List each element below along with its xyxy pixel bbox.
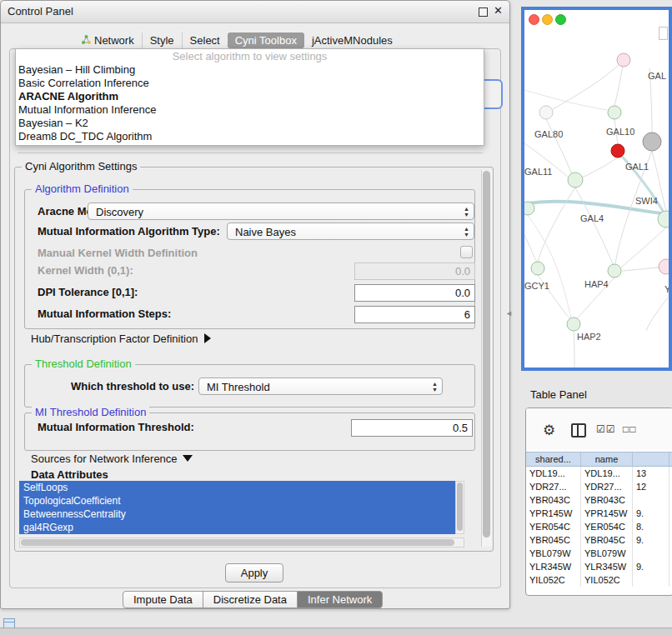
- network-edge[interactable]: [524, 90, 607, 110]
- mi-type-select[interactable]: Naive Bayes ▲▼: [227, 222, 474, 240]
- network-edge[interactable]: [524, 235, 537, 262]
- network-node[interactable]: [539, 106, 553, 119]
- settings-scrollbar[interactable]: [481, 170, 492, 547]
- mi-steps-field[interactable]: 6: [354, 306, 475, 323]
- table-cell: YER054C: [581, 520, 633, 533]
- attribute-list-vscrollbar[interactable]: [455, 481, 464, 534]
- deselect-all-icon[interactable]: □□: [623, 423, 637, 435]
- control-panel-window: Control Panel ✕ NetworkStyleSelectCyni T…: [0, 0, 510, 609]
- bottom-tab-impute-data[interactable]: Impute Data: [123, 591, 203, 608]
- which-threshold-select[interactable]: MI Threshold ▲▼: [198, 378, 443, 395]
- network-edge[interactable]: [646, 298, 668, 331]
- network-graph[interactable]: GALGAL80GAL10GAL11GAL1SWI4GAL4GCY1HAP4HA…: [524, 10, 669, 368]
- network-node[interactable]: [567, 318, 580, 331]
- network-edge[interactable]: [553, 60, 624, 109]
- attribute-list-item[interactable]: gal4RGexp: [19, 521, 455, 534]
- bottom-tab-infer-network[interactable]: Infer Network: [297, 591, 383, 608]
- panel-splitter-handle[interactable]: ◄: [505, 309, 513, 318]
- manual-kernel-checkbox[interactable]: [460, 246, 473, 258]
- float-window-icon[interactable]: [479, 8, 488, 17]
- mi-threshold-field[interactable]: 0.5: [351, 419, 473, 437]
- aracne-mode-value: Discovery: [96, 206, 143, 218]
- table-row[interactable]: YER054CYER054C8.: [526, 520, 672, 533]
- network-node[interactable]: [611, 144, 624, 158]
- attribute-list-hscrollbar[interactable]: [19, 538, 464, 548]
- network-edge[interactable]: [538, 188, 575, 262]
- network-node[interactable]: [568, 172, 583, 188]
- algorithm-option[interactable]: Mutual Information Inference: [16, 103, 484, 117]
- tab-label: Cyni Toolbox: [235, 34, 297, 47]
- table-row[interactable]: YDL19...YDL19...13: [526, 467, 672, 480]
- algorithm-option[interactable]: Bayesian – Hill Climbing: [16, 63, 484, 77]
- table-row[interactable]: YBL079WYBL079W: [526, 547, 672, 560]
- table-cell: 9.: [633, 560, 669, 573]
- table-row[interactable]: YIL052CYIL052C: [526, 573, 672, 587]
- manual-kernel-label: Manual Kernel Width Definition: [38, 247, 198, 259]
- sources-toggle[interactable]: Sources for Network Inference: [31, 452, 193, 465]
- network-view-window[interactable]: GALGAL80GAL10GAL11GAL1SWI4GAL4GCY1HAP4HA…: [521, 7, 672, 371]
- table-cell: 13: [633, 467, 669, 480]
- algorithm-dropdown-menu: Select algorithm to view settings Bayesi…: [15, 48, 484, 146]
- columns-icon[interactable]: [571, 423, 586, 438]
- select-all-icon[interactable]: ☑☑: [596, 423, 616, 435]
- table-cell: YBR045C: [581, 533, 633, 547]
- gear-icon[interactable]: ⚙: [543, 423, 555, 438]
- table-row[interactable]: YLR345WYLR345W9.: [526, 560, 672, 573]
- network-edge[interactable]: [621, 228, 666, 268]
- table-cell: YER054C: [526, 520, 581, 533]
- table-row[interactable]: YBR045CYBR045C9.: [526, 533, 672, 547]
- aracne-mode-select[interactable]: Discovery ▲▼: [88, 202, 474, 220]
- column-header[interactable]: shared...: [526, 452, 581, 466]
- network-node[interactable]: [659, 259, 669, 274]
- network-scrollbar-stub[interactable]: [659, 27, 668, 40]
- minimize-traffic-light-icon[interactable]: [542, 14, 553, 25]
- sources-label: Sources for Network Inference: [31, 452, 178, 465]
- network-node[interactable]: [531, 262, 544, 275]
- network-edge[interactable]: [574, 331, 574, 368]
- table-cell: 12: [633, 480, 669, 493]
- algorithm-option[interactable]: Basic Correlation Inference: [16, 77, 484, 90]
- background-divider: [18, 152, 483, 153]
- cyni-bottom-tabbar: Impute DataDiscretize DataInfer Network: [123, 591, 383, 608]
- algorithm-option[interactable]: Dream8 DC_TDC Algorithm: [16, 130, 484, 143]
- apply-button[interactable]: Apply: [225, 563, 283, 582]
- network-node[interactable]: [608, 264, 621, 278]
- network-node[interactable]: [524, 202, 534, 215]
- algorithm-option[interactable]: ARACNE Algorithm: [16, 90, 484, 103]
- table-cell: YPR145W: [526, 507, 581, 520]
- table-cell: YBR043C: [526, 493, 581, 507]
- attribute-list-item[interactable]: BetweennessCentrality: [19, 508, 455, 521]
- close-icon[interactable]: ✕: [494, 4, 503, 18]
- hub-section-toggle[interactable]: Hub/Transcription Factor Definition: [31, 332, 211, 345]
- attribute-list-item[interactable]: TopologicalCoefficient: [19, 494, 455, 508]
- node-label: HAP2: [577, 332, 601, 342]
- network-node[interactable]: [608, 106, 621, 119]
- network-node[interactable]: [643, 132, 661, 151]
- table-cell: YBL079W: [581, 547, 633, 560]
- network-node[interactable]: [617, 53, 630, 67]
- table-row[interactable]: YBR043CYBR043C: [526, 493, 672, 507]
- tab-network[interactable]: Network: [74, 32, 142, 48]
- network-edge[interactable]: [582, 158, 618, 178]
- tab-select[interactable]: Select: [182, 32, 228, 48]
- table-cell: YBR043C: [581, 493, 633, 507]
- tab-cyni-toolbox[interactable]: Cyni Toolbox: [228, 32, 304, 48]
- attribute-list-item[interactable]: SelfLoops: [19, 481, 455, 494]
- close-traffic-light-icon[interactable]: [529, 14, 539, 25]
- tab-jactivemnodules[interactable]: jActiveMNodules: [304, 32, 400, 48]
- table-cell: YLR345W: [581, 560, 633, 573]
- column-header[interactable]: name: [581, 452, 633, 466]
- group-title: Threshold Definition: [32, 358, 135, 370]
- control-panel-titlebar[interactable]: Control Panel ✕: [1, 1, 509, 23]
- bottom-tab-discretize-data[interactable]: Discretize Data: [203, 591, 298, 608]
- table-row[interactable]: YDR27...YDR27...12: [526, 480, 672, 493]
- which-threshold-label: Which threshold to use:: [71, 380, 194, 392]
- mi-type-label: Mutual Information Algorithm Type:: [38, 225, 220, 238]
- dpi-tolerance-field[interactable]: 0.0: [354, 284, 475, 302]
- tab-style[interactable]: Style: [142, 32, 182, 48]
- network-edge[interactable]: [575, 188, 613, 264]
- table-row[interactable]: YPR145WYPR145W9.: [526, 507, 672, 520]
- column-header[interactable]: [633, 452, 669, 466]
- zoom-traffic-light-icon[interactable]: [555, 14, 566, 25]
- algorithm-option[interactable]: Bayesian – K2: [16, 117, 484, 130]
